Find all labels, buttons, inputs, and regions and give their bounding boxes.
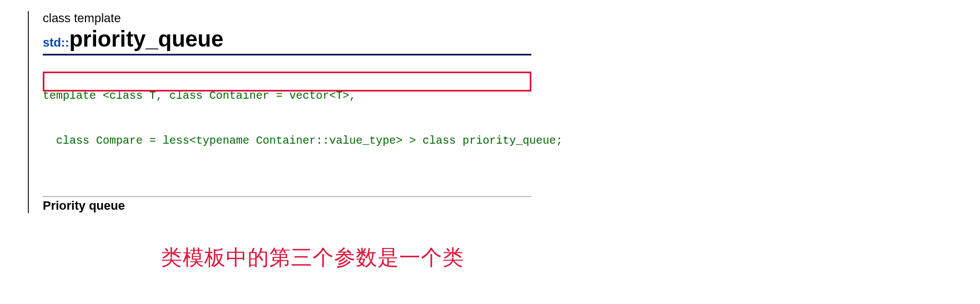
- annotation-line-1: 类模板中的第三个参数是一个类: [161, 244, 980, 272]
- code-line-2: class Compare = less<typename Container:…: [43, 133, 531, 148]
- header-divider: [43, 54, 531, 55]
- subtitle-text: Priority queue: [43, 196, 531, 213]
- class-name: priority_queue: [69, 27, 224, 52]
- template-signature-code: template <class T, class Container = vec…: [43, 58, 531, 193]
- documentation-panel: class template std::priority_queue templ…: [28, 11, 980, 213]
- code-line-1: template <class T, class Container = vec…: [43, 88, 531, 103]
- title-row: std::priority_queue: [43, 27, 980, 52]
- kind-label: class template: [43, 11, 980, 26]
- namespace-prefix: std::: [43, 36, 69, 50]
- annotation-group: 类模板中的第三个参数是一个类 因此建小堆的话,传入greater类即可,不要传g…: [161, 244, 980, 304]
